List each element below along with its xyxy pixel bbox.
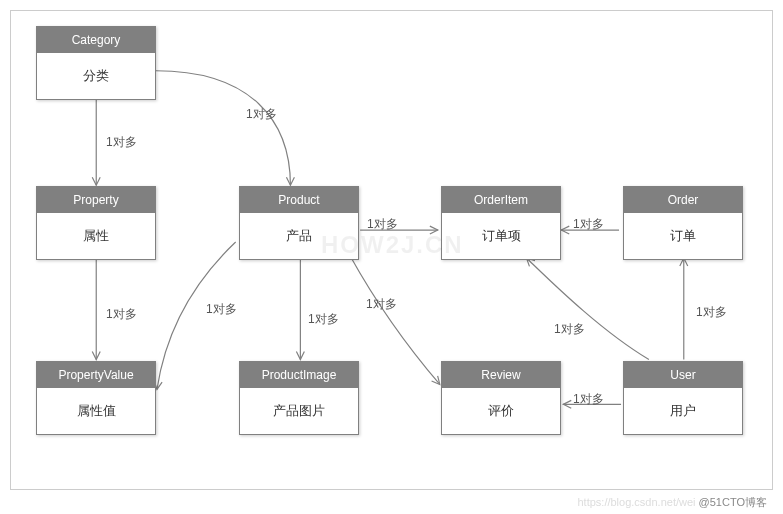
entity-category: Category 分类: [36, 26, 156, 100]
watermark-text: HOW2J.CN: [321, 231, 464, 259]
entity-label: 产品图片: [240, 388, 358, 434]
footer-brand: @51CTO博客: [699, 496, 767, 508]
entity-label: 订单: [624, 213, 742, 259]
entity-title: PropertyValue: [37, 362, 155, 388]
entity-productimage: ProductImage 产品图片: [239, 361, 359, 435]
edge-label-order-orderitem: 1对多: [573, 216, 604, 233]
edge-label-user-order: 1对多: [696, 304, 727, 321]
entity-title: User: [624, 362, 742, 388]
entity-label: 分类: [37, 53, 155, 99]
entity-review: Review 评价: [441, 361, 561, 435]
edge-label-product-review: 1对多: [366, 296, 397, 313]
edge-label-category-product: 1对多: [246, 106, 277, 123]
edge-label-property-propertyvalue: 1对多: [106, 306, 137, 323]
edge-label-user-review: 1对多: [573, 391, 604, 408]
entity-title: Product: [240, 187, 358, 213]
entity-title: Order: [624, 187, 742, 213]
diagram-frame: Category 分类 Property 属性 PropertyValue 属性…: [10, 10, 773, 490]
entity-label: 属性值: [37, 388, 155, 434]
entity-propertyvalue: PropertyValue 属性值: [36, 361, 156, 435]
entity-user: User 用户: [623, 361, 743, 435]
edge-label-user-orderitem: 1对多: [554, 321, 585, 338]
footer-credit: https://blog.csdn.net/wei @51CTO博客: [577, 495, 767, 510]
entity-title: ProductImage: [240, 362, 358, 388]
entity-label: 评价: [442, 388, 560, 434]
entity-title: Category: [37, 27, 155, 53]
entity-label: 属性: [37, 213, 155, 259]
footer-host: https://blog.csdn.net/wei: [577, 496, 695, 508]
entity-property: Property 属性: [36, 186, 156, 260]
edge-label-category-property: 1对多: [106, 134, 137, 151]
edge-label-product-productimage: 1对多: [308, 311, 339, 328]
entity-label: 用户: [624, 388, 742, 434]
entity-title: OrderItem: [442, 187, 560, 213]
entity-order: Order 订单: [623, 186, 743, 260]
entity-title: Review: [442, 362, 560, 388]
edge-label-product-propertyvalue: 1对多: [206, 301, 237, 318]
entity-title: Property: [37, 187, 155, 213]
